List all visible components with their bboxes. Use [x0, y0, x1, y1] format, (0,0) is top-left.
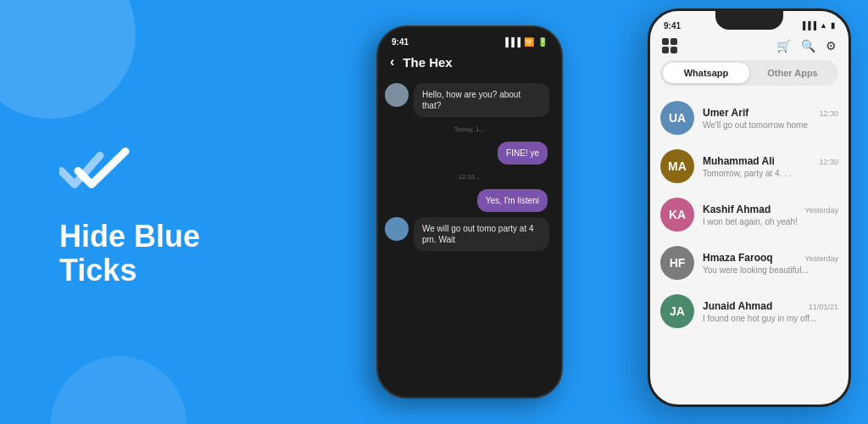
tab-other-apps[interactable]: Other Apps [749, 63, 836, 83]
chat-time-junaid: 11/01/21 [809, 303, 838, 311]
chat-time-muhammadali: 12:30 [819, 158, 838, 166]
message-sent-2: Yes, I'm listeni [385, 189, 554, 212]
chat-list: UA Umer Arif 12:30 We'll go out tomorrow… [650, 94, 849, 336]
avatar-kashif: KA [660, 198, 694, 232]
front-phone-notch [715, 11, 783, 30]
back-phone-status-icons: ▐▐▐ 🛜 🔋 [503, 37, 548, 47]
chat-info-junaid: Junaid Ahmad 11/01/21 I found one hot gu… [703, 300, 838, 323]
chat-item-hmaza[interactable]: HF Hmaza Farooq Yesterday You were looki… [657, 239, 842, 287]
tab-whatsapp[interactable]: Whatsapp [663, 63, 749, 83]
message-bubble-1: Hello, how are you? about that? [414, 83, 549, 117]
front-phone-app-header: 🛒 🔍 ⚙ [650, 35, 849, 60]
back-phone-header: ‹ The Hex [378, 51, 561, 76]
tab-switcher: Whatsapp Other Apps [660, 60, 838, 86]
back-phone-notch [436, 27, 504, 46]
chat-preview-junaid: I found one hot guy in my off... [703, 314, 838, 323]
settings-icon[interactable]: ⚙ [826, 39, 837, 53]
message-received-1: Hello, how are you? about that? [385, 83, 554, 117]
chat-preview-umer: We'll go out tomorrow home [703, 120, 838, 130]
phone-back: 9:41 ▐▐▐ 🛜 🔋 ‹ The Hex Hello, how are yo… [376, 25, 563, 399]
chat-info-hmaza: Hmaza Farooq Yesterday You were looking … [703, 252, 838, 275]
chat-title: The Hex [403, 55, 452, 70]
chat-time-umer: 12:30 [819, 109, 838, 118]
search-icon[interactable]: 🔍 [801, 39, 815, 53]
chat-name-junaid: Junaid Ahmad [703, 300, 772, 312]
chat-item-umer[interactable]: UA Umer Arif 12:30 We'll go out tomorrow… [657, 94, 842, 142]
front-phone-time: 9:41 [664, 21, 681, 31]
phone-front: 9:41 ▐▐▐ ▲ ▮ 🛒 🔍 ⚙ Whatsapp [648, 8, 851, 407]
message-bubble-2: We will go out tomo party at 4 pm. Wait [414, 217, 549, 251]
left-section: Hide Blue Ticks [34, 0, 356, 424]
message-received-2: We will go out tomo party at 4 pm. Wait [385, 217, 554, 251]
chat-item-junaid[interactable]: JA Junaid Ahmad 11/01/21 I found one hot… [657, 287, 842, 336]
chat-info-kashif: Kashif Ahmad Yesterday I won bet again, … [703, 204, 838, 226]
chat-name-hmaza: Hmaza Farooq [703, 252, 773, 264]
front-phone-status-icons: ▐▐▐ ▲ ▮ [800, 21, 835, 30]
chat-name-kashif: Kashif Ahmad [703, 204, 771, 215]
app-logo [59, 137, 144, 199]
chat-name-muhammadali: Muhammad Ali [703, 155, 775, 167]
message-bubble-sent-1: FINE! ye [498, 142, 548, 165]
header-action-icons: 🛒 🔍 ⚙ [776, 39, 837, 53]
phones-container: 9:41 ▐▐▐ 🛜 🔋 ‹ The Hex Hello, how are yo… [326, 0, 868, 424]
avatar-muhammadali: MA [660, 149, 694, 183]
sender-avatar-2 [385, 217, 409, 241]
chat-name-umer: Umer Arif [703, 107, 748, 119]
back-button-icon[interactable]: ‹ [390, 54, 394, 70]
messages-list: Hello, how are you? about that? Today, 1… [378, 76, 561, 258]
message-sent-1: FINE! ye [385, 142, 554, 165]
time-divider-1: Today, 1... [385, 126, 554, 133]
message-bubble-sent-2: Yes, I'm listeni [477, 189, 548, 212]
chat-item-muhammadali[interactable]: MA Muhammad Ali 12:30 Tomorrow, party at… [657, 142, 842, 191]
back-phone-time: 9:41 [392, 37, 409, 47]
chat-preview-kashif: I won bet again, oh yeah! [703, 217, 838, 226]
grid-icon[interactable] [662, 38, 677, 53]
time-divider-2: 12:31... [385, 173, 554, 181]
app-title: Hide Blue Ticks [59, 220, 200, 287]
cart-icon[interactable]: 🛒 [776, 39, 791, 53]
chat-time-hmaza: Yesterday [804, 254, 838, 263]
chat-item-kashif[interactable]: KA Kashif Ahmad Yesterday I won bet agai… [657, 191, 842, 239]
chat-preview-hmaza: You were looking beautiful... [703, 265, 838, 275]
chat-info-muhammadali: Muhammad Ali 12:30 Tomorrow, party at 4.… [703, 155, 838, 178]
avatar-hmaza: HF [660, 246, 694, 280]
chat-time-kashif: Yesterday [804, 206, 838, 215]
chat-info-umer: Umer Arif 12:30 We'll go out tomorrow ho… [703, 107, 838, 130]
avatar-junaid: JA [660, 294, 694, 328]
chat-preview-muhammadali: Tomorrow, party at 4. . . [703, 169, 838, 178]
avatar-umer: UA [660, 101, 694, 135]
sender-avatar-1 [385, 83, 409, 107]
